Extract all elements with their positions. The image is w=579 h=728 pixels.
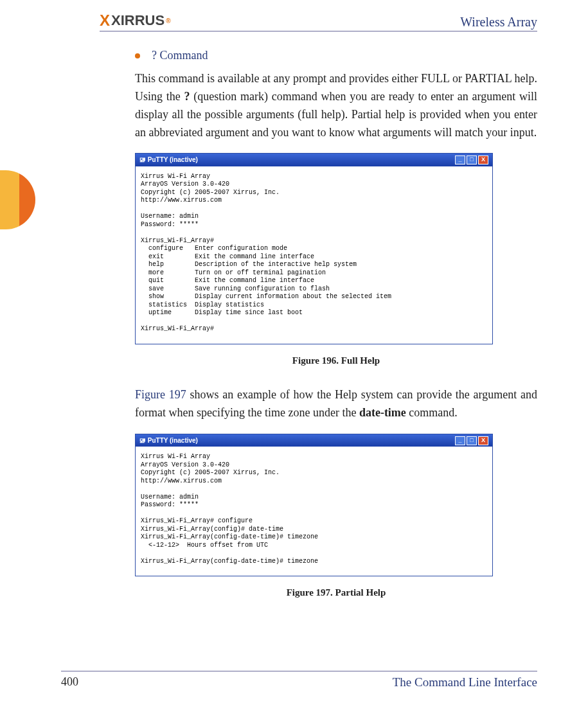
close-icon: X — [478, 436, 488, 445]
terminal-output-2: Xirrus Wi-Fi Array ArrayOS Version 3.0-4… — [136, 447, 492, 576]
bullet-icon — [135, 53, 140, 58]
putty-titlebar-2: 🖳 PuTTY (inactive) _ □ X — [136, 434, 492, 447]
window-buttons: _ □ X — [455, 155, 488, 164]
maximize-icon: □ — [467, 436, 477, 445]
page-number: 400 — [61, 675, 78, 689]
putty-titlebar: 🖳 PuTTY (inactive) _ □ X — [136, 154, 492, 166]
document-title: Wireless Array — [460, 15, 537, 30]
footer-section-title: The Command Line Interface — [393, 675, 537, 689]
para2-text-mid: shows an example of how the Help system … — [135, 388, 537, 419]
section-heading: ? Command — [152, 47, 208, 65]
figure-197-reference[interactable]: Figure 197 — [135, 388, 190, 401]
putty-title-label: PuTTY (inactive) — [148, 156, 198, 163]
putty-title-text-2: 🖳 PuTTY (inactive) — [139, 436, 198, 446]
minimize-icon: _ — [455, 155, 465, 164]
figure-196: 🖳 PuTTY (inactive) _ □ X Xirrus Wi-Fi Ar… — [135, 153, 537, 368]
putty-window: 🖳 PuTTY (inactive) _ □ X Xirrus Wi-Fi Ar… — [135, 153, 493, 344]
putty-window-2: 🖳 PuTTY (inactive) _ □ X Xirrus Wi-Fi Ar… — [135, 434, 493, 577]
putty-icon: 🖳 — [139, 437, 148, 444]
page-content: ? Command This command is available at a… — [135, 47, 537, 601]
figure-197-caption: Figure 197. Partial Help — [135, 585, 537, 600]
document-page: XXIRRUS® Wireless Array ? Command This c… — [0, 0, 579, 728]
logo-registered-icon: ® — [166, 17, 170, 24]
page-footer: 400 The Command Line Interface — [61, 671, 537, 689]
maximize-icon: □ — [467, 155, 477, 164]
brand-logo: XXIRRUS® — [100, 12, 171, 30]
section-heading-row: ? Command — [135, 47, 537, 65]
close-icon: X — [478, 155, 488, 164]
page-header: XXIRRUS® Wireless Array — [100, 12, 537, 31]
body-text-after: (question mark) command when you are rea… — [135, 90, 537, 139]
putty-title-text: 🖳 PuTTY (inactive) — [139, 155, 198, 165]
window-buttons-2: _ □ X — [455, 436, 488, 445]
logo-x-icon: X — [100, 12, 110, 30]
date-time-keyword: date-time — [359, 406, 406, 419]
section-body: This command is available at any prompt … — [135, 70, 537, 142]
question-mark-literal: ? — [184, 90, 190, 103]
paragraph-2: Figure 197 shows an example of how the H… — [135, 386, 537, 422]
para2-text-end: command. — [406, 406, 458, 419]
page-tab-decoration — [0, 170, 35, 229]
figure-196-caption: Figure 196. Full Help — [135, 353, 537, 368]
figure-197: 🖳 PuTTY (inactive) _ □ X Xirrus Wi-Fi Ar… — [135, 434, 537, 601]
putty-icon: 🖳 — [139, 156, 148, 163]
putty-title-label-2: PuTTY (inactive) — [148, 437, 198, 444]
logo-text: XIRRUS — [111, 12, 165, 29]
terminal-output: Xirrus Wi-Fi Array ArrayOS Version 3.0-4… — [136, 166, 492, 344]
minimize-icon: _ — [455, 436, 465, 445]
